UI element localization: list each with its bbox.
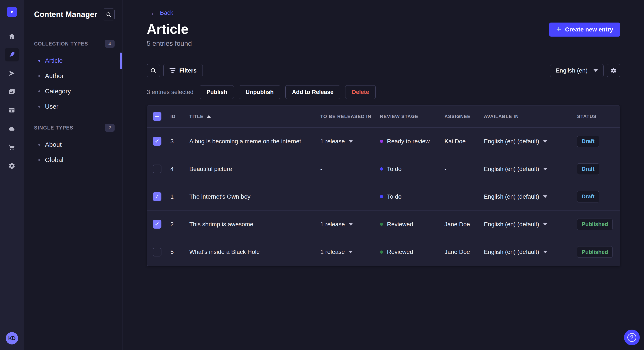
row-checkbox[interactable]: ✓ [153,137,162,146]
column-header-review-stage[interactable]: REVIEW STAGE [380,114,444,119]
filters-button[interactable]: Filters [163,64,203,77]
chevron-down-icon[interactable] [348,140,353,143]
avatar[interactable]: KD [6,332,18,345]
unpublish-button[interactable]: Unpublish [239,85,280,99]
status-badge: Draft [577,136,599,147]
review-stage-label: To do [387,166,402,173]
add-to-release-button[interactable]: Add to Release [285,85,340,99]
rail-item-home[interactable] [5,29,19,43]
cell-status: Published [577,219,620,230]
help-button[interactable]: ? [624,330,640,345]
column-header-title[interactable]: TITLE [189,114,320,119]
chevron-down-icon[interactable] [543,140,547,143]
chevron-down-icon[interactable] [348,251,353,253]
cell-available-in: English (en) (default) [484,166,577,173]
gear-icon [8,162,15,169]
table-header-row: ID TITLE TO BE RELEASED IN REVIEW STAGE … [147,105,620,128]
strapi-logo[interactable] [7,7,17,17]
sidebar-item-user[interactable]: User [24,99,122,114]
subnav-search-button[interactable] [103,8,114,20]
review-stage-dot [380,195,383,198]
sort-ascending-icon [206,115,211,118]
view-settings-button[interactable] [607,64,620,77]
row-checkbox-cell: ✓ [147,137,170,146]
row-checkbox[interactable]: ✓ [153,220,162,229]
main-nav-rail: KD [0,0,24,350]
chevron-down-icon[interactable] [543,168,547,170]
review-stage-dot [380,250,383,254]
row-checkbox[interactable]: ✓ [153,192,162,201]
review-stage-dot [380,223,383,226]
delete-button[interactable]: Delete [345,85,376,99]
rail-item-media-library[interactable] [5,85,19,98]
cell-status: Draft [577,163,620,175]
rail-item-marketplace[interactable] [5,140,19,154]
cell-title: What's inside a Black Hole [189,249,320,255]
sidebar-item-about[interactable]: About [24,137,122,152]
release-value: 1 release [320,138,345,145]
sidebar-item-article[interactable]: Article [24,53,122,68]
cell-to-be-released-in: 1 release [320,138,380,145]
selection-count: 3 entries selected [147,89,193,95]
cell-available-in: English (en) (default) [484,221,577,228]
bullet-icon [38,60,40,62]
cell-review-stage: To do [380,193,444,200]
indeterminate-icon [155,116,159,117]
review-stage-label: Reviewed [387,249,413,255]
create-new-entry-button[interactable]: + Create new entry [549,22,620,37]
rail-item-deploy[interactable] [5,122,19,136]
chevron-down-icon[interactable] [348,223,353,226]
check-icon: ✓ [154,194,160,199]
subnav-divider [34,30,44,30]
rail-item-settings[interactable] [5,159,19,173]
section-count-badge: 2 [105,124,114,132]
rail-item-content-type-builder[interactable] [5,103,19,117]
rail-item-releases[interactable] [5,66,19,80]
cell-assignee: Kai Doe [444,138,484,145]
select-all-checkbox[interactable] [153,112,162,121]
cell-assignee: Jane Doe [444,221,484,228]
sidebar-item-category[interactable]: Category [24,84,122,99]
sidebar-item-label: Article [45,57,62,64]
feather-icon [8,51,15,58]
chevron-down-icon[interactable] [543,251,547,253]
subnav-scrollbar-thumb[interactable] [120,52,122,69]
table-row[interactable]: ✓2This shrimp is awesome1 releaseReviewe… [147,210,620,238]
column-header-to-be-released-in[interactable]: TO BE RELEASED IN [320,114,380,119]
table-row[interactable]: ✓1The internet's Own boy-To do-English (… [147,183,620,210]
content-manager-subnav: Content Manager COLLECTION TYPES4Article… [24,0,122,350]
help-icon: ? [628,333,636,342]
locale-select[interactable]: English (en) [550,64,604,77]
sidebar-item-global[interactable]: Global [24,152,122,168]
chevron-down-icon[interactable] [543,195,547,198]
bullet-icon [38,159,40,161]
table-row[interactable]: ✓3A bug is becoming a meme on the intern… [147,128,620,155]
table-row[interactable]: 4Beautiful picture-To do-English (en) (d… [147,155,620,183]
row-checkbox[interactable] [153,248,162,256]
sidebar-item-author[interactable]: Author [24,68,122,84]
review-stage-label: Reviewed [387,221,413,228]
publish-button[interactable]: Publish [200,85,234,99]
check-icon: ✓ [154,138,160,144]
sidebar-item-label: Author [45,72,64,80]
plus-icon: + [556,25,561,33]
search-entries-button[interactable] [147,64,160,77]
back-link[interactable]: ← Back [150,9,173,16]
column-header-id[interactable]: ID [170,114,189,119]
column-header-status[interactable]: STATUS [577,114,620,119]
available-in-value: English (en) (default) [484,166,539,173]
cell-review-stage: Ready to review [380,138,444,145]
page-title: Article [147,21,188,37]
cell-id: 3 [170,138,189,145]
row-checkbox[interactable] [153,165,162,173]
column-header-available-in[interactable]: AVAILABLE IN [484,114,577,119]
table-row[interactable]: 5What's inside a Black Hole1 releaseRevi… [147,238,620,266]
chevron-down-icon[interactable] [543,223,547,226]
home-icon [8,33,15,40]
rail-divider [0,24,24,24]
rail-item-content-manager[interactable] [5,48,19,61]
cell-review-stage: Reviewed [380,249,444,255]
entries-table: ID TITLE TO BE RELEASED IN REVIEW STAGE … [147,105,620,266]
status-badge: Published [577,246,612,258]
column-header-assignee[interactable]: ASSIGNEE [444,114,484,119]
